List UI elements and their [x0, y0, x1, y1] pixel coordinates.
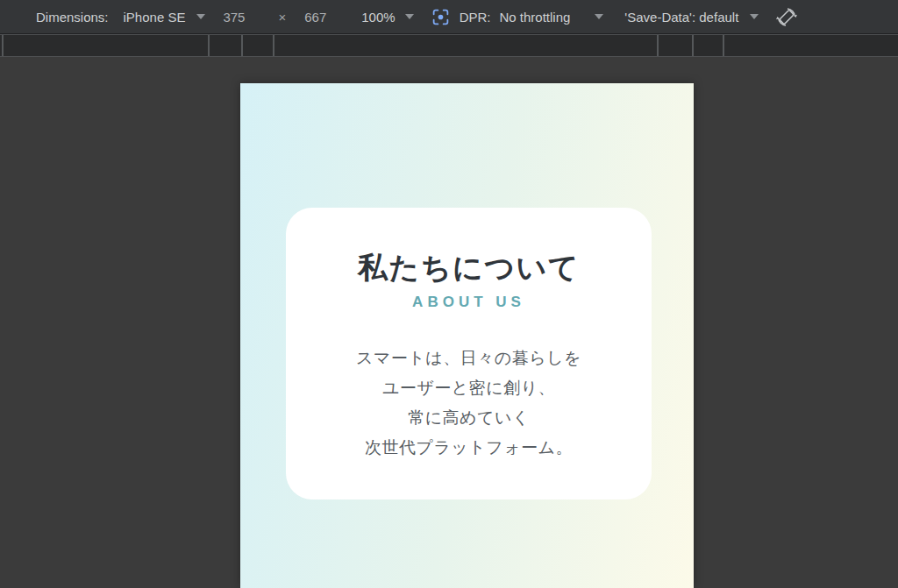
device-select[interactable]: iPhone SE — [124, 10, 206, 25]
page-title: 私たちについて — [286, 252, 652, 282]
devtools-device-mode: Dimensions: iPhone SE 375 × 667 100% — [0, 0, 898, 588]
zoom-select[interactable]: 100% — [361, 10, 413, 25]
device-toolbar: Dimensions: iPhone SE 375 × 667 100% — [0, 0, 898, 34]
dimensions-label: Dimensions: — [36, 10, 109, 25]
times-separator: × — [278, 10, 286, 25]
media-query-divider — [273, 35, 274, 56]
rotate-device-icon[interactable] — [776, 6, 797, 27]
chevron-down-icon — [750, 14, 759, 19]
save-data-select[interactable]: 'Save-Data': default — [624, 10, 759, 25]
throttling-select[interactable]: No throttling — [499, 10, 603, 25]
media-query-divider — [241, 35, 243, 56]
media-query-divider — [208, 35, 210, 56]
dpr-focus-icon[interactable] — [431, 6, 452, 27]
body-line: ユーザーと密に創り、 — [286, 373, 652, 403]
about-card: 私たちについて ABOUT US スマートは、日々の暮らしを ユーザーと密に創り… — [286, 208, 652, 499]
dpr-label: DPR: — [460, 10, 491, 25]
body-line: スマートは、日々の暮らしを — [286, 344, 652, 373]
save-data-select-value: 'Save-Data': default — [624, 10, 738, 25]
height-input[interactable]: 667 — [304, 10, 326, 25]
body-line: 次世代プラットフォーム。 — [286, 433, 652, 463]
media-query-divider — [657, 35, 659, 56]
about-body: スマートは、日々の暮らしを ユーザーと密に創り、 常に高めていく 次世代プラット… — [286, 344, 652, 463]
media-query-divider — [723, 35, 724, 56]
media-query-divider — [692, 35, 694, 56]
device-select-value: iPhone SE — [124, 10, 186, 25]
body-line: 常に高めていく — [286, 403, 652, 433]
chevron-down-icon — [196, 14, 205, 19]
media-query-bar[interactable] — [0, 34, 898, 57]
media-query-divider — [2, 35, 4, 56]
throttling-select-value: No throttling — [499, 10, 570, 25]
width-input[interactable]: 375 — [223, 10, 245, 25]
chevron-down-icon — [405, 14, 414, 19]
page-subtitle: ABOUT US — [286, 294, 652, 311]
device-viewport: 私たちについて ABOUT US スマートは、日々の暮らしを ユーザーと密に創り… — [240, 83, 694, 588]
chevron-down-icon — [595, 14, 603, 19]
zoom-select-value: 100% — [361, 10, 395, 25]
